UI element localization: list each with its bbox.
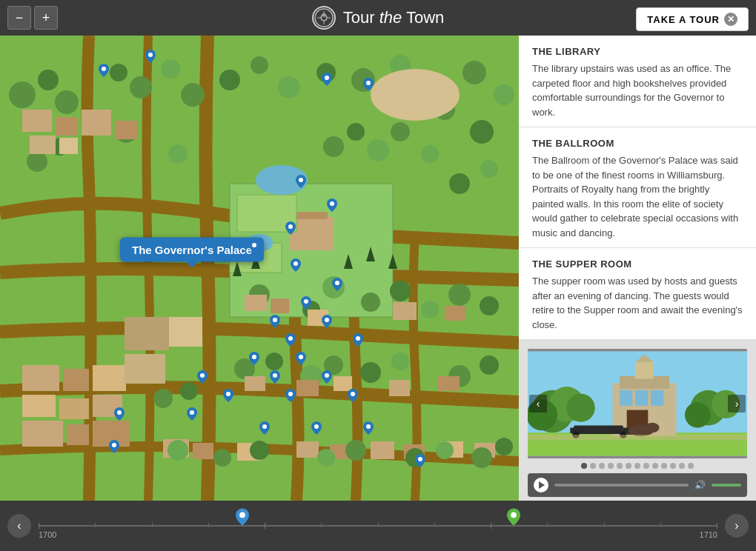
- map-pin[interactable]: [109, 440, 119, 453]
- map-pin[interactable]: [285, 221, 296, 235]
- dot-6[interactable]: [626, 463, 631, 469]
- ballroom-section: THE BALLROOM The Ballroom of the Governo…: [519, 127, 756, 248]
- map-pin[interactable]: [249, 352, 259, 365]
- take-tour-button[interactable]: TAKE A TOUR ✕: [636, 7, 749, 31]
- svg-point-111: [325, 76, 329, 80]
- timeline-prev-button[interactable]: ‹: [7, 514, 31, 538]
- svg-point-13: [110, 64, 127, 81]
- app-title: Tour the Town: [343, 8, 445, 27]
- app-header: − + Tour the Town TAKE A TOUR ✕: [0, 0, 756, 36]
- volume-bar[interactable]: [712, 484, 741, 487]
- logo-area: Tour the Town: [312, 6, 445, 30]
- svg-point-49: [347, 123, 365, 141]
- map-pin[interactable]: [259, 421, 270, 435]
- svg-point-91: [180, 382, 198, 400]
- map-pin[interactable]: [197, 370, 208, 384]
- map-pin[interactable]: [363, 78, 374, 91]
- svg-point-100: [495, 438, 513, 455]
- map-pin[interactable]: [114, 407, 125, 421]
- map-pin[interactable]: [353, 333, 363, 347]
- svg-point-133: [190, 410, 194, 415]
- dot-4[interactable]: [608, 463, 614, 469]
- map-pin[interactable]: [285, 389, 296, 402]
- dot-7[interactable]: [634, 463, 640, 469]
- timeline-blue-pin[interactable]: [236, 508, 249, 526]
- map-area[interactable]: The Governor's Palace: [0, 36, 519, 501]
- video-player: 🔊: [528, 473, 747, 497]
- play-button[interactable]: [534, 478, 548, 492]
- map-pin[interactable]: [270, 315, 280, 328]
- svg-point-69: [480, 355, 499, 375]
- svg-point-167: [511, 512, 517, 518]
- svg-rect-33: [22, 110, 52, 132]
- svg-point-109: [102, 67, 106, 71]
- dot-12[interactable]: [679, 463, 685, 469]
- dot-10[interactable]: [661, 463, 667, 469]
- map-pin[interactable]: [415, 454, 425, 467]
- map-pin[interactable]: [99, 64, 109, 77]
- map-pin[interactable]: [285, 333, 296, 347]
- svg-point-16: [181, 83, 205, 107]
- map-pin[interactable]: [291, 258, 301, 272]
- supper-section: THE SUPPER ROOM The supper room was used…: [519, 248, 756, 340]
- svg-point-110: [148, 53, 153, 57]
- svg-point-14: [130, 76, 152, 98]
- dot-8[interactable]: [643, 463, 649, 469]
- svg-point-138: [418, 457, 422, 461]
- dot-2[interactable]: [590, 463, 596, 469]
- svg-point-26: [27, 151, 47, 172]
- map-pin[interactable]: [187, 407, 197, 421]
- svg-point-137: [112, 443, 116, 447]
- svg-rect-77: [296, 380, 319, 396]
- map-pin[interactable]: [249, 240, 259, 253]
- map-pin[interactable]: [296, 175, 306, 188]
- map-pin[interactable]: [301, 296, 311, 310]
- map-tooltip[interactable]: The Governor's Palace: [120, 237, 264, 261]
- svg-point-128: [325, 373, 329, 378]
- dot-9[interactable]: [652, 463, 658, 469]
- svg-point-53: [480, 160, 498, 178]
- map-pin[interactable]: [322, 73, 332, 86]
- map-pin[interactable]: [270, 370, 280, 384]
- map-pin[interactable]: [322, 370, 332, 384]
- zoom-out-button[interactable]: −: [7, 6, 31, 30]
- ballroom-text: The Ballroom of the Governor's Palace wa…: [532, 153, 743, 240]
- svg-point-11: [38, 70, 59, 90]
- dot-13[interactable]: [688, 463, 694, 469]
- svg-rect-40: [63, 369, 89, 391]
- svg-rect-41: [22, 395, 56, 417]
- svg-point-126: [200, 373, 205, 378]
- svg-rect-72: [271, 298, 289, 313]
- map-pin[interactable]: [363, 421, 374, 435]
- dot-5[interactable]: [617, 463, 623, 469]
- svg-point-67: [391, 353, 409, 370]
- svg-rect-43: [22, 421, 63, 447]
- svg-point-90: [153, 389, 173, 408]
- svg-point-52: [449, 173, 470, 194]
- map-pin[interactable]: [311, 421, 322, 435]
- map-pin[interactable]: [327, 198, 337, 212]
- dot-3[interactable]: [599, 463, 605, 469]
- svg-rect-71: [245, 295, 267, 311]
- photo-prev-button[interactable]: ‹: [529, 395, 547, 413]
- dot-1[interactable]: [581, 463, 587, 469]
- timeline-next-button[interactable]: ›: [725, 514, 749, 538]
- svg-rect-38: [115, 121, 137, 139]
- photo-next-button[interactable]: ›: [728, 395, 746, 413]
- svg-rect-84: [296, 441, 319, 458]
- svg-point-51: [391, 122, 410, 141]
- timeline-green-pin[interactable]: [507, 508, 520, 526]
- svg-point-123: [356, 336, 360, 341]
- ballroom-title: THE BALLROOM: [532, 138, 743, 149]
- map-pin[interactable]: [223, 389, 233, 402]
- map-pin[interactable]: [332, 278, 342, 291]
- zoom-in-button[interactable]: +: [34, 6, 58, 30]
- svg-point-113: [299, 178, 303, 182]
- map-pin[interactable]: [145, 50, 156, 63]
- map-pin[interactable]: [322, 315, 332, 328]
- dot-11[interactable]: [670, 463, 676, 469]
- svg-point-135: [314, 424, 319, 429]
- map-pin[interactable]: [348, 389, 358, 402]
- progress-bar[interactable]: [554, 484, 689, 487]
- map-pin[interactable]: [296, 352, 306, 365]
